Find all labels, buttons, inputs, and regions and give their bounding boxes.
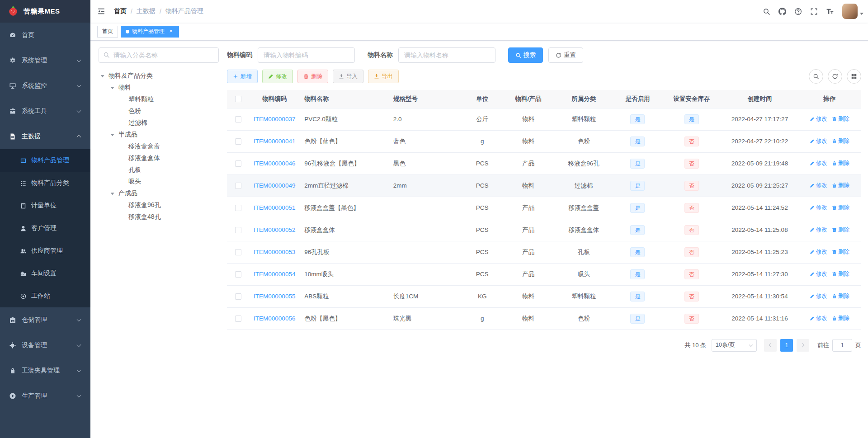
- sidebar-item-customer-management[interactable]: 客户管理: [0, 217, 90, 240]
- reset-button[interactable]: 重置: [548, 47, 583, 63]
- tab-home[interactable]: 首页: [97, 26, 118, 38]
- row-checkbox[interactable]: [235, 138, 241, 145]
- row-delete-link[interactable]: 删除: [832, 270, 849, 278]
- import-button[interactable]: 导入: [333, 70, 363, 83]
- row-checkbox[interactable]: [235, 293, 241, 300]
- table-row[interactable]: ITEM00000037PVC2.0颗粒2.0公斤物料塑料颗粒是是2022-04…: [227, 108, 861, 130]
- tree-node[interactable]: 产成品: [99, 188, 219, 199]
- row-checkbox[interactable]: [235, 116, 241, 122]
- row-delete-link[interactable]: 删除: [832, 137, 849, 145]
- table-row[interactable]: ITEM000000492mm直径过滤棉2mmPCS物料过滤棉是否2022-05…: [227, 174, 861, 197]
- caret-icon[interactable]: [111, 134, 114, 138]
- avatar-caret-icon[interactable]: [860, 13, 863, 17]
- material-code-link[interactable]: ITEM00000052: [254, 226, 295, 233]
- caret-icon[interactable]: [101, 75, 104, 79]
- sidebar-item-master-data[interactable]: 主数据: [0, 124, 90, 149]
- row-edit-link[interactable]: 修改: [810, 270, 827, 278]
- edit-button[interactable]: 修改: [262, 70, 293, 83]
- row-delete-link[interactable]: 删除: [832, 226, 849, 234]
- row-delete-link[interactable]: 删除: [832, 160, 849, 167]
- row-checkbox[interactable]: [235, 249, 241, 255]
- add-button[interactable]: 新增: [227, 70, 258, 83]
- table-row[interactable]: ITEM0000005396孔孔板PCS产品孔板是否2022-05-14 11:…: [227, 241, 861, 263]
- tree-node[interactable]: 移液盒96孔: [99, 199, 219, 211]
- material-code-link[interactable]: ITEM00000055: [254, 293, 295, 300]
- row-edit-link[interactable]: 修改: [810, 315, 827, 322]
- row-edit-link[interactable]: 修改: [810, 292, 827, 300]
- page-1-button[interactable]: 1: [780, 339, 793, 352]
- help-icon[interactable]: [790, 0, 806, 23]
- tree-node[interactable]: 吸头: [99, 176, 219, 188]
- row-checkbox[interactable]: [235, 205, 241, 211]
- select-all-checkbox[interactable]: [235, 96, 241, 102]
- row-edit-link[interactable]: 修改: [810, 204, 827, 212]
- table-row[interactable]: ITEM00000051移液盒盒盖【黑色】PCS产品移液盒盒盖是否2022-05…: [227, 197, 861, 219]
- table-row[interactable]: ITEM00000055ABS颗粒长度1CMKG物料塑料颗粒是否2022-05-…: [227, 285, 861, 307]
- sidebar-item-production-management[interactable]: 生产管理: [0, 383, 90, 409]
- sidebar-fold-icon[interactable]: [90, 0, 112, 23]
- row-delete-link[interactable]: 删除: [832, 182, 849, 189]
- sidebar-item-measure-unit[interactable]: 计量单位: [0, 194, 90, 217]
- table-row[interactable]: ITEM0000004696孔移液盒【黑色】黑色PCS产品移液盒96孔是否202…: [227, 152, 861, 174]
- goto-page-input[interactable]: [832, 339, 852, 352]
- next-page-button[interactable]: [797, 339, 809, 352]
- fullscreen-icon[interactable]: [806, 0, 822, 23]
- material-name-input[interactable]: [398, 47, 495, 63]
- tree-node[interactable]: 孔板: [99, 164, 219, 176]
- sidebar-item-material-product-category[interactable]: 物料产品分类: [0, 172, 90, 194]
- material-code-link[interactable]: ITEM00000037: [254, 116, 295, 122]
- row-edit-link[interactable]: 修改: [810, 160, 827, 167]
- material-code-link[interactable]: ITEM00000053: [254, 249, 295, 255]
- font-size-icon[interactable]: [822, 0, 838, 23]
- tree-node[interactable]: 半成品: [99, 129, 219, 141]
- sidebar-item-equipment-management[interactable]: 设备管理: [0, 333, 90, 358]
- tree-node[interactable]: 过滤棉: [99, 117, 219, 129]
- tree-node[interactable]: 色粉: [99, 105, 219, 117]
- tree-node[interactable]: 物料及产品分类: [99, 70, 219, 82]
- sidebar-item-workstation[interactable]: 工作站: [0, 285, 90, 307]
- column-settings-button[interactable]: [847, 69, 861, 84]
- row-delete-link[interactable]: 删除: [832, 292, 849, 300]
- row-edit-link[interactable]: 修改: [810, 115, 827, 123]
- sidebar-item-supplier-management[interactable]: 供应商管理: [0, 240, 90, 262]
- material-code-link[interactable]: ITEM00000041: [254, 138, 295, 145]
- row-checkbox[interactable]: [235, 227, 241, 233]
- material-code-input[interactable]: [258, 47, 355, 63]
- row-edit-link[interactable]: 修改: [810, 248, 827, 256]
- delete-button[interactable]: 删除: [297, 70, 328, 83]
- app-logo[interactable]: 苦糖果MES: [0, 0, 90, 23]
- tree-node[interactable]: 移液盒48孔: [99, 211, 219, 223]
- prev-page-button[interactable]: [764, 339, 777, 352]
- header-search-icon[interactable]: [759, 0, 774, 23]
- tab-close-icon[interactable]: ×: [168, 28, 174, 35]
- table-row[interactable]: ITEM0000005410mm吸头PCS产品吸头是否2022-05-14 11…: [227, 263, 861, 285]
- row-checkbox[interactable]: [235, 316, 241, 322]
- toggle-search-button[interactable]: [809, 69, 823, 84]
- tree-node[interactable]: 移液盒盒体: [99, 152, 219, 164]
- sidebar-item-workshop-settings[interactable]: 车间设置: [0, 262, 90, 285]
- row-delete-link[interactable]: 删除: [832, 115, 849, 123]
- tree-node[interactable]: 塑料颗粒: [99, 94, 219, 105]
- sidebar-item-system-tools[interactable]: 系统工具: [0, 99, 90, 124]
- tree-node[interactable]: 移液盒盒盖: [99, 141, 219, 152]
- refresh-button[interactable]: [828, 69, 842, 84]
- row-checkbox[interactable]: [235, 160, 241, 167]
- row-delete-link[interactable]: 删除: [832, 248, 849, 256]
- sidebar-item-warehouse-management[interactable]: 仓储管理: [0, 307, 90, 333]
- avatar[interactable]: [842, 4, 858, 19]
- breadcrumb-item[interactable]: 首页: [114, 7, 127, 15]
- sidebar-item-fixture-management[interactable]: 工装夹具管理: [0, 358, 90, 383]
- category-search-input[interactable]: [99, 47, 219, 63]
- tree-node[interactable]: 物料: [99, 82, 219, 94]
- sidebar-item-material-product-management[interactable]: 物料产品管理: [0, 149, 90, 172]
- row-delete-link[interactable]: 删除: [832, 204, 849, 212]
- material-code-link[interactable]: ITEM00000046: [254, 160, 295, 167]
- material-code-link[interactable]: ITEM00000056: [254, 315, 295, 322]
- tab-material-product-management[interactable]: 物料产品管理×: [121, 26, 179, 38]
- material-code-link[interactable]: ITEM00000049: [254, 182, 295, 189]
- row-checkbox[interactable]: [235, 183, 241, 189]
- row-checkbox[interactable]: [235, 271, 241, 278]
- page-size-select[interactable]: 10条/页: [712, 339, 757, 352]
- row-edit-link[interactable]: 修改: [810, 137, 827, 145]
- caret-icon[interactable]: [111, 193, 114, 197]
